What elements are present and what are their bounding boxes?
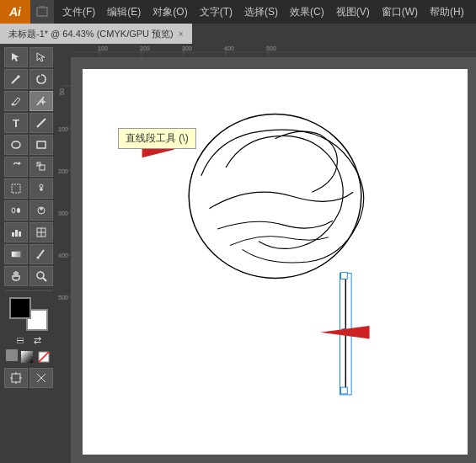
main-area: T [0,44,476,463]
symbol-tool[interactable] [29,200,53,221]
svg-text:400: 400 [58,253,68,258]
svg-marker-75 [320,326,369,339]
svg-marker-2 [12,53,19,61]
rect-tool[interactable] [29,135,53,155]
menu-object[interactable]: 对象(O) [147,3,192,21]
gradient-swatch-icon[interactable] [19,349,35,365]
red-arrow-canvas [320,326,369,339]
svg-rect-26 [19,232,21,237]
svg-rect-17 [12,184,20,193]
zoom-tool[interactable] [29,266,53,286]
svg-rect-35 [21,351,33,363]
canvas-area[interactable]: 100 200 300 400 500 50 100 200 300 400 5… [57,44,476,463]
pen-tool[interactable] [4,91,28,111]
eyedropper-tool[interactable] [29,244,53,264]
menu-edit[interactable]: 编辑(E) [102,3,146,21]
menu-help[interactable]: 帮助(H) [425,3,469,21]
select-tool[interactable] [4,47,28,67]
tab-label: 未标题-1* @ 64.43% (CMYK/GPU 预览) [8,28,174,40]
foreground-color-box[interactable] [9,297,31,319]
svg-text:100: 100 [58,126,68,132]
none-color-icon[interactable]: □ [13,333,28,348]
tool-row-5 [0,135,57,155]
svg-line-34 [43,278,46,281]
tool-row-7 [0,178,57,199]
menu-bar: 文件(F) 编辑(E) 对象(O) 文字(T) 选择(S) 效果(C) 视图(V… [54,0,476,24]
svg-rect-72 [340,387,347,394]
svg-line-31 [39,250,44,257]
svg-rect-25 [15,230,18,237]
svg-point-32 [37,257,40,259]
tool-row-1 [0,47,57,67]
red-arrow-toolbar [142,141,175,157]
toolbar-separator [5,290,52,291]
type-tool[interactable]: T [4,113,28,133]
tool-row-4: T [0,113,57,133]
small-icons-row: □ ⇄ [13,333,45,348]
tool-row-2 [0,69,57,89]
artwork-svg [83,69,468,455]
swap-colors-icon[interactable]: ⇄ [29,333,45,348]
color-mode-icons [6,349,51,365]
magic-wand-tool[interactable] [4,69,28,89]
svg-text:300: 300 [182,45,192,51]
svg-rect-12 [37,141,45,148]
horizontal-ruler: 100 200 300 400 500 [57,44,476,57]
add-anchor-tool[interactable] [29,91,53,111]
column-graph-tool[interactable] [4,222,28,242]
menu-view[interactable]: 视图(V) [331,3,375,21]
tool-row-8 [0,200,57,221]
scale-tool[interactable] [29,157,53,177]
app-icon [30,0,54,24]
svg-rect-30 [12,252,20,257]
artboard-tools [4,368,53,388]
ellipse-tool[interactable] [4,135,28,155]
svg-marker-3 [37,53,45,61]
svg-text:300: 300 [58,210,68,216]
svg-rect-0 [37,8,47,16]
puppet-warp-tool[interactable] [29,178,53,199]
svg-line-4 [12,77,19,83]
svg-point-11 [12,141,20,148]
document-canvas [83,69,468,455]
tool-row-9 [0,222,57,242]
none-swatch-icon[interactable] [36,349,51,365]
vertical-ruler: 50 100 200 300 400 500 [57,44,71,463]
svg-point-22 [17,208,20,213]
gradient-tool[interactable] [4,244,28,264]
toolbar: T [0,44,57,463]
direct-select-tool[interactable] [29,47,53,67]
lasso-tool[interactable] [29,69,53,89]
tool-row-11 [0,266,57,286]
slice-tool[interactable] [29,368,53,388]
menu-window[interactable]: 窗口(W) [377,3,423,21]
svg-text:50: 50 [59,88,65,95]
artboard-tool[interactable] [4,368,28,388]
svg-marker-13 [19,162,21,165]
tool-row-10 [0,244,57,264]
blend-tool[interactable] [4,200,28,221]
tab-close-button[interactable]: × [179,29,184,39]
document-tab[interactable]: 未标题-1* @ 64.43% (CMYK/GPU 预览) × [0,24,192,44]
menu-file[interactable]: 文件(F) [57,3,100,21]
hand-tool[interactable] [4,266,28,286]
svg-rect-71 [340,273,347,279]
svg-rect-1 [40,6,45,8]
rotate-tool[interactable] [4,157,28,177]
free-transform-tool[interactable] [4,178,28,199]
line-segment-tool[interactable] [29,113,53,133]
menu-text[interactable]: 文字(T) [195,3,238,21]
svg-point-21 [12,208,15,213]
svg-text:400: 400 [224,45,234,51]
tab-bar: 未标题-1* @ 64.43% (CMYK/GPU 预览) × [0,24,476,44]
yarn-ball-group [189,114,364,279]
svg-rect-24 [12,232,14,237]
menu-select[interactable]: 选择(S) [239,3,283,21]
app-logo: Ai [0,0,30,24]
menu-effect[interactable]: 效果(C) [285,3,329,21]
color-icon[interactable] [6,349,18,361]
svg-text:500: 500 [58,295,68,301]
svg-text:200: 200 [58,168,68,174]
mesh-tool[interactable] [29,222,53,242]
svg-point-6 [12,104,14,106]
